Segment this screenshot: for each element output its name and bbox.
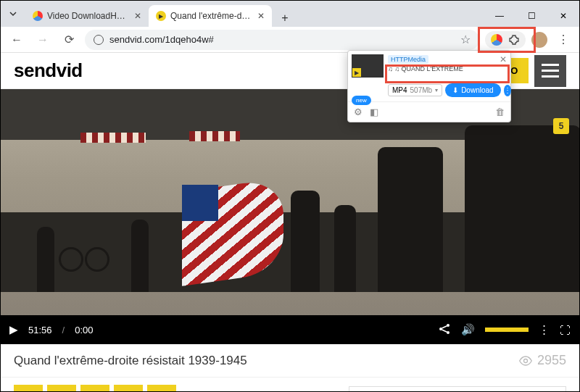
- browser-titlebar: Video DownloadHelper - Chro ✕ ▶ Quand l'…: [1, 1, 579, 27]
- chevron-down-icon: ▾: [435, 87, 438, 93]
- share-reddit-button[interactable]: [80, 385, 109, 392]
- popup-media-title: ♫ ♫ QUAND L'EXTRÊME: [388, 65, 495, 72]
- tab-title: Quand l'extrême-droite résista: [170, 11, 253, 21]
- vdh-extension-popup: HTTPMedia ♫ ♫ QUAND L'EXTRÊME ✕ MP4 507M…: [347, 50, 511, 122]
- sendvid-favicon: ▶: [156, 11, 166, 21]
- video-meta-row: Quand l'extrême-droite résistait 1939-19…: [1, 344, 579, 378]
- video-player: 5 ▶ 51:56 / 0:00 🔊 ⋮ ⛶: [1, 89, 579, 344]
- share-email-button[interactable]: ✉: [114, 385, 143, 392]
- settings-icon[interactable]: ⋮: [539, 323, 550, 336]
- fullscreen-icon[interactable]: ⛶: [560, 324, 571, 336]
- download-icon: ⬇: [452, 86, 458, 94]
- video-title: Quand l'extrême-droite résistait 1939-19…: [14, 354, 247, 368]
- vdh-extension-icon[interactable]: [489, 33, 504, 47]
- extensions-button[interactable]: [507, 33, 521, 47]
- download-button[interactable]: ⬇ Download: [445, 83, 500, 97]
- format-select[interactable]: MP4 507Mb ▾: [388, 84, 442, 96]
- browser-menu-button[interactable]: ⋮: [553, 30, 573, 50]
- svg-point-3: [523, 359, 527, 362]
- close-tab-icon[interactable]: ✕: [257, 11, 265, 21]
- sendvid-logo[interactable]: sendvid: [14, 59, 83, 82]
- back-button[interactable]: ←: [7, 30, 27, 50]
- time-separator: /: [62, 325, 65, 335]
- window-controls: — ☐ ✕: [484, 5, 579, 27]
- view-count: 2955: [518, 353, 566, 368]
- download-more-button[interactable]: ⋮: [504, 85, 511, 96]
- url-text: sendvid.com/1dqeho4w#: [109, 34, 214, 45]
- profile-avatar[interactable]: [531, 32, 547, 48]
- browser-tab-sendvid[interactable]: ▶ Quand l'extrême-droite résista ✕: [149, 5, 272, 27]
- video-viewport[interactable]: 5: [1, 89, 579, 315]
- minimize-button[interactable]: —: [484, 5, 515, 27]
- new-badge: new: [352, 96, 371, 105]
- close-window-button[interactable]: ✕: [547, 5, 579, 27]
- forward-button[interactable]: →: [33, 30, 53, 50]
- maximize-button[interactable]: ☐: [515, 5, 547, 27]
- close-tab-icon[interactable]: ✕: [134, 11, 141, 21]
- site-info-icon[interactable]: [94, 35, 104, 45]
- popup-thumbnail: [352, 54, 384, 78]
- share-facebook-button[interactable]: f: [14, 385, 43, 392]
- play-button[interactable]: ▶: [9, 323, 18, 336]
- vdh-favicon: [33, 11, 43, 21]
- browser-tab-vdh[interactable]: Video DownloadHelper - Chro ✕: [25, 5, 149, 27]
- address-bar[interactable]: sendvid.com/1dqeho4w# ☆: [85, 30, 479, 50]
- channel-watermark: 5: [553, 118, 569, 134]
- video-controls: ▶ 51:56 / 0:00 🔊 ⋮ ⛶: [1, 315, 579, 344]
- share-twitter-button[interactable]: [47, 385, 76, 392]
- popup-settings-icon[interactable]: ⚙: [354, 107, 362, 117]
- popup-panel-icon[interactable]: ◧: [370, 107, 378, 117]
- popup-delete-icon[interactable]: 🗑: [495, 107, 505, 117]
- reload-button[interactable]: ⟳: [59, 30, 79, 50]
- hamburger-menu-button[interactable]: [534, 55, 566, 87]
- volume-icon[interactable]: 🔊: [461, 323, 475, 336]
- share-icon[interactable]: [438, 322, 451, 338]
- popup-close-icon[interactable]: ✕: [500, 54, 507, 64]
- duration: 0:00: [75, 325, 93, 335]
- new-tab-button[interactable]: +: [276, 9, 294, 27]
- share-embed-button[interactable]: </>: [147, 385, 176, 392]
- media-type-badge: HTTPMedia: [388, 55, 428, 64]
- tab-title: Video DownloadHelper - Chro: [47, 11, 130, 21]
- tab-search-dropdown[interactable]: [1, 1, 25, 27]
- current-time: 51:56: [28, 325, 52, 335]
- volume-slider[interactable]: [485, 328, 529, 332]
- bookmark-icon[interactable]: ☆: [460, 33, 471, 46]
- share-url-box[interactable]: 🔗 https://sendvid.com/1dqeho4w: [349, 386, 566, 392]
- eye-icon: [518, 356, 533, 366]
- share-row: f ✉ </> 🔗 https://sendvid.com/1dqeho4w: [1, 378, 579, 392]
- browser-toolbar: ← → ⟳ sendvid.com/1dqeho4w# ☆ ⋮: [1, 27, 579, 53]
- extensions-area: [485, 31, 526, 49]
